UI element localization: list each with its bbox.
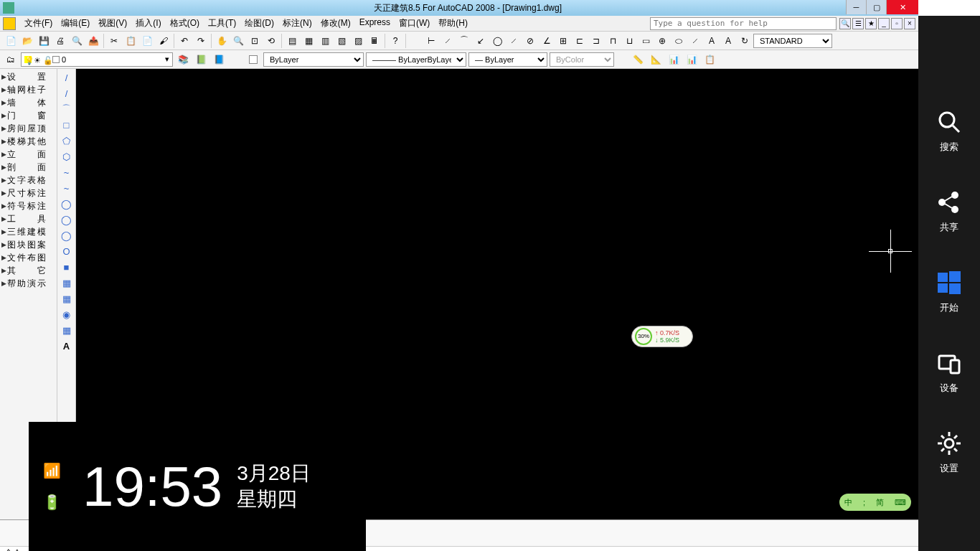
dim-space-icon[interactable]: ⊓ bbox=[605, 33, 621, 49]
doc-close-button[interactable]: × bbox=[904, 18, 915, 29]
tangent-menu-item[interactable]: ▶图块图案 bbox=[1, 238, 55, 251]
layer-iso-icon[interactable]: 📘 bbox=[211, 52, 227, 67]
dim-arc-icon[interactable]: ⌒ bbox=[456, 33, 472, 49]
menu-工具[interactable]: 工具(T) bbox=[204, 16, 240, 31]
charm-share[interactable]: 共享 bbox=[936, 189, 962, 234]
dim-cont-icon[interactable]: ⊐ bbox=[588, 33, 604, 49]
minimize-button[interactable]: ─ bbox=[846, 0, 866, 14]
layer-states-icon[interactable]: 📗 bbox=[193, 52, 209, 67]
tangent-menu-item[interactable]: ▶设 置 bbox=[1, 70, 55, 83]
tangent-menu-item[interactable]: ▶墙 体 bbox=[1, 96, 55, 109]
draw-tool-7[interactable]: ~ bbox=[59, 181, 75, 195]
dim-quick-icon[interactable]: ⊞ bbox=[555, 33, 571, 49]
pan-icon[interactable]: ✋ bbox=[214, 33, 230, 49]
menu-帮助[interactable]: 帮助(H) bbox=[434, 16, 472, 31]
menu-标注[interactable]: 标注(N) bbox=[278, 16, 316, 31]
linetype-dropdown[interactable]: ——— ByLayerByLayer bbox=[366, 52, 466, 67]
draw-tool-8[interactable]: ◯ bbox=[59, 197, 75, 211]
close-button[interactable]: ✕ bbox=[886, 0, 918, 14]
paste-icon[interactable]: 📄 bbox=[139, 33, 155, 49]
draw-tool-13[interactable]: ▦ bbox=[59, 276, 75, 290]
dim-rad-icon[interactable]: ◯ bbox=[489, 33, 505, 49]
doc-restore-button[interactable]: ▫ bbox=[891, 18, 903, 29]
doc-min-button[interactable]: _ bbox=[878, 18, 890, 29]
preview-icon[interactable]: 🔍 bbox=[69, 33, 85, 49]
tp-icon[interactable]: ▥ bbox=[317, 33, 333, 49]
open-icon[interactable]: 📂 bbox=[19, 33, 35, 49]
menu-编辑[interactable]: 编辑(E) bbox=[57, 16, 94, 31]
tangent-menu-item[interactable]: ▶剖 面 bbox=[1, 161, 55, 174]
new-icon[interactable]: 📄 bbox=[3, 33, 19, 49]
draw-tool-4[interactable]: ⬠ bbox=[59, 133, 75, 148]
rv3-icon[interactable]: 📋 bbox=[702, 52, 717, 67]
redo-icon[interactable]: ↷ bbox=[193, 33, 209, 49]
dist-icon[interactable]: 📏 bbox=[630, 52, 646, 67]
menu-窗口[interactable]: 窗口(W) bbox=[395, 16, 434, 31]
dim-aligned-icon[interactable]: ⟋ bbox=[440, 33, 456, 49]
menu-插入[interactable]: 插入(I) bbox=[131, 16, 165, 31]
print-icon[interactable]: 🖨 bbox=[52, 33, 68, 49]
tangent-menu-item[interactable]: ▶帮助演示 bbox=[1, 277, 55, 290]
maximize-button[interactable]: ▢ bbox=[866, 0, 886, 14]
dim-base-icon[interactable]: ⊏ bbox=[572, 33, 588, 49]
draw-tool-16[interactable]: ▦ bbox=[59, 323, 75, 337]
draw-tool-14[interactable]: ▦ bbox=[59, 291, 75, 306]
layer-prev-icon[interactable]: 📚 bbox=[175, 52, 191, 67]
menu-icon-2[interactable]: ☰ bbox=[852, 18, 864, 29]
draw-tool-2[interactable]: ⌒ bbox=[59, 102, 75, 116]
help-search-input[interactable] bbox=[650, 17, 837, 30]
layer-props-icon[interactable]: 🗂 bbox=[3, 52, 19, 67]
draw-tool-9[interactable]: ◯ bbox=[59, 212, 75, 227]
publish-icon[interactable]: 📤 bbox=[85, 33, 101, 49]
draw-tool-11[interactable]: O bbox=[59, 244, 75, 258]
rv-icon[interactable]: 📊 bbox=[666, 52, 682, 67]
dim-jlin-icon[interactable]: ⟋ bbox=[687, 33, 703, 49]
save-icon[interactable]: 💾 bbox=[36, 33, 52, 49]
dim-ord-icon[interactable]: ↙ bbox=[473, 33, 489, 49]
draw-tool-3[interactable]: □ bbox=[59, 118, 75, 132]
ime-toolbar[interactable]: 中;简⌨ bbox=[839, 494, 911, 511]
color-dropdown[interactable]: ByLayer bbox=[263, 52, 364, 67]
dim-tedit-icon[interactable]: A bbox=[720, 33, 736, 49]
ssm-icon[interactable]: ▧ bbox=[334, 33, 349, 49]
dim-break-icon[interactable]: ⊔ bbox=[621, 33, 637, 49]
calc-icon[interactable]: 🖩 bbox=[367, 33, 382, 49]
plotstyle-dropdown[interactable]: ByColor bbox=[550, 52, 614, 67]
tangent-menu-item[interactable]: ▶立 面 bbox=[1, 148, 55, 161]
zoom-win-icon[interactable]: ⊡ bbox=[247, 33, 263, 49]
tangent-menu-item[interactable]: ▶其 它 bbox=[1, 264, 55, 277]
app-menu-icon[interactable] bbox=[3, 17, 16, 30]
zoom-rt-icon[interactable]: 🔍 bbox=[230, 33, 246, 49]
tangent-menu-item[interactable]: ▶工 具 bbox=[1, 212, 55, 225]
draw-tool-12[interactable]: ■ bbox=[59, 260, 75, 274]
color-swatch[interactable] bbox=[245, 52, 261, 67]
tangent-menu-item[interactable]: ▶楼梯其他 bbox=[1, 135, 55, 148]
dim-ang-icon[interactable]: ∠ bbox=[539, 33, 555, 49]
lineweight-dropdown[interactable]: — ByLayer bbox=[468, 52, 547, 67]
dim-edit-icon[interactable]: A bbox=[704, 33, 720, 49]
zoom-prev-icon[interactable]: ⟲ bbox=[263, 33, 279, 49]
dimstyle-dropdown[interactable]: STANDARD bbox=[753, 34, 832, 48]
dim-upd-icon[interactable]: ↻ bbox=[737, 33, 753, 49]
menu-视图[interactable]: 视图(V) bbox=[94, 16, 131, 31]
draw-tool-17[interactable]: A bbox=[59, 339, 75, 353]
menu-icon-3[interactable]: ★ bbox=[865, 18, 877, 29]
draw-tool-5[interactable]: ⬡ bbox=[59, 149, 75, 164]
tangent-menu-item[interactable]: ▶文件布图 bbox=[1, 251, 55, 264]
tangent-menu-item[interactable]: ▶符号标注 bbox=[1, 199, 55, 212]
draw-tool-1[interactable]: / bbox=[59, 86, 75, 100]
draw-tool-6[interactable]: ~ bbox=[59, 165, 75, 179]
help-icon[interactable]: ? bbox=[387, 33, 403, 49]
layer-dropdown[interactable]: 💡 ☀ 🔓 0 ▾ bbox=[21, 52, 173, 67]
menu-icon-1[interactable]: 🔍 bbox=[839, 18, 851, 29]
tangent-menu-item[interactable]: ▶轴网柱子 bbox=[1, 83, 55, 96]
area-icon[interactable]: 📐 bbox=[648, 52, 664, 67]
dim-cen-icon[interactable]: ⊕ bbox=[654, 33, 670, 49]
dim-jog-icon[interactable]: ⟋ bbox=[506, 33, 522, 49]
charm-settings[interactable]: 设置 bbox=[936, 430, 962, 475]
dim-dia-icon[interactable]: ⊘ bbox=[522, 33, 538, 49]
dim-insp-icon[interactable]: ⬭ bbox=[671, 33, 687, 49]
copy-icon[interactable]: 📋 bbox=[123, 33, 138, 49]
dim-tol-icon[interactable]: ▭ bbox=[638, 33, 654, 49]
rv2-icon[interactable]: 📊 bbox=[684, 52, 699, 67]
